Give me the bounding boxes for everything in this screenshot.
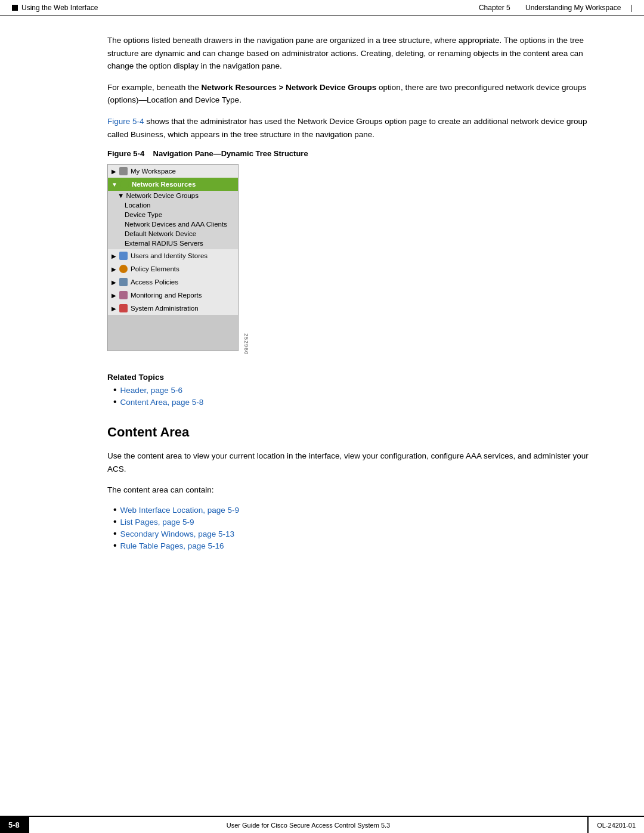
nav-panel: ▶ My Workspace ▼ Network Resources ▼ Net… <box>107 164 239 351</box>
workspace-icon <box>119 166 128 176</box>
related-link-header: Header, page 5-6 <box>113 385 608 395</box>
header-left: Using the Web Interface <box>12 4 98 12</box>
content-link-list-anchor[interactable]: List Pages, page 5-9 <box>120 518 194 527</box>
figure-4-link[interactable]: Figure 5-4 <box>107 117 144 126</box>
nav-label-network: Network Resources <box>132 181 196 188</box>
header-right: Chapter 5 Understanding My Workspace | <box>479 4 632 12</box>
nav-arrow-sysadmin: ▶ <box>112 305 116 312</box>
paragraph-2: For example, beneath the Network Resourc… <box>107 81 608 107</box>
para2-prefix: For example, beneath the <box>107 83 202 92</box>
nav-subitem-location[interactable]: Location <box>108 200 238 210</box>
nav-label-policy: Policy Elements <box>131 265 179 272</box>
nav-arrow-network: ▼ <box>112 181 117 188</box>
content-para-1: Use the content area to view your curren… <box>107 450 608 475</box>
policy-icon <box>119 264 128 274</box>
nav-item-my-workspace[interactable]: ▶ My Workspace <box>108 165 238 178</box>
nav-item-monitoring[interactable]: ▶ Monitoring and Reports <box>108 289 238 302</box>
footer-guide-title: User Guide for Cisco Secure Access Contr… <box>227 822 391 829</box>
nav-label-access: Access Policies <box>131 278 178 286</box>
header-chapter: Chapter 5 <box>479 4 510 12</box>
footer-right-text: OL-24201-01 <box>587 817 644 833</box>
nav-label-monitoring: Monitoring and Reports <box>131 292 202 299</box>
header-square-icon <box>12 5 18 11</box>
nav-item-network-resources[interactable]: ▼ Network Resources <box>108 178 238 191</box>
related-topics-list: Header, page 5-6 Content Area, page 5-8 <box>107 385 608 407</box>
para3-suffix: shows that the administrator has used th… <box>107 117 587 139</box>
content-link-secondary-anchor[interactable]: Secondary Windows, page 5-13 <box>120 529 234 538</box>
content-para-2: The content area can contain: <box>107 484 608 497</box>
header-left-label: Using the Web Interface <box>21 4 98 12</box>
related-link-header-anchor[interactable]: Header, page 5-6 <box>120 386 182 395</box>
footer-page-num-label: 5-8 <box>8 820 20 829</box>
nav-item-policy[interactable]: ▶ Policy Elements <box>108 262 238 275</box>
nav-arrow-ndg: ▼ <box>117 192 126 199</box>
nav-group-ndg: ▼ Network Device Groups <box>108 191 238 200</box>
nav-subitem-network-devices-aaa[interactable]: Network Devices and AAA Clients <box>108 219 238 229</box>
footer-doc-number: OL-24201-01 <box>597 822 636 829</box>
nav-label-device-type: Device Type <box>125 211 162 218</box>
main-content: The options listed beneath drawers in th… <box>0 16 644 571</box>
users-icon <box>119 251 128 261</box>
nav-item-access[interactable]: ▶ Access Policies <box>108 275 238 289</box>
figure-caption-num: Figure 5-4 <box>107 149 144 158</box>
nav-label-sysadmin: System Administration <box>131 305 199 312</box>
content-link-rule-table: Rule Table Pages, page 5-16 <box>113 541 608 550</box>
content-link-web-anchor[interactable]: Web Interface Location, page 5-9 <box>120 506 239 515</box>
footer-center-text: User Guide for Cisco Secure Access Contr… <box>29 817 587 833</box>
content-link-list-pages: List Pages, page 5-9 <box>113 517 608 527</box>
page-footer: 5-8 User Guide for Cisco Secure Access C… <box>0 816 644 833</box>
monitoring-icon <box>119 290 128 300</box>
related-topics-title: Related Topics <box>107 373 608 382</box>
nav-label-users: Users and Identity Stores <box>131 252 208 259</box>
paragraph-1: The options listed beneath drawers in th… <box>107 34 608 73</box>
content-link-rule-anchor[interactable]: Rule Table Pages, page 5-16 <box>120 541 224 550</box>
nav-arrow-access: ▶ <box>112 279 116 286</box>
nav-subitem-default-network[interactable]: Default Network Device <box>108 229 238 239</box>
related-link-content: Content Area, page 5-8 <box>113 397 608 407</box>
nav-arrow-users: ▶ <box>112 253 116 259</box>
nav-arrow-monitoring: ▶ <box>112 292 116 299</box>
footer-page-number: 5-8 <box>0 817 28 833</box>
content-links-list: Web Interface Location, page 5-9 List Pa… <box>107 505 608 550</box>
related-topics: Related Topics Header, page 5-6 Content … <box>107 373 608 407</box>
figure-caption: Figure 5-4 Navigation Pane—Dynamic Tree … <box>107 149 608 158</box>
sysadmin-icon <box>119 304 128 313</box>
nav-subitem-external-radius[interactable]: External RADIUS Servers <box>108 239 238 248</box>
header-title: Understanding My Workspace <box>525 4 621 12</box>
figure-caption-title: Navigation Pane—Dynamic Tree Structure <box>153 149 308 158</box>
figure-badge: 252960 <box>243 333 249 355</box>
access-icon <box>119 277 128 287</box>
content-link-secondary: Secondary Windows, page 5-13 <box>113 529 608 538</box>
nav-label-location: Location <box>125 202 150 209</box>
header-pipe: | <box>630 4 632 12</box>
nav-item-sysadmin[interactable]: ▶ System Administration <box>108 302 238 315</box>
nav-label-ers: External RADIUS Servers <box>125 240 203 247</box>
nav-label-nda: Network Devices and AAA Clients <box>125 221 227 228</box>
nav-label-dnd: Default Network Device <box>125 230 196 237</box>
figure-wrapper: ▶ My Workspace ▼ Network Resources ▼ Net… <box>107 164 239 361</box>
nav-item-users[interactable]: ▶ Users and Identity Stores <box>108 249 238 262</box>
network-icon <box>120 179 129 189</box>
para2-bold: Network Resources > Network Device Group… <box>202 83 377 92</box>
nav-label-workspace: My Workspace <box>131 168 176 175</box>
content-area-heading: Content Area <box>107 419 608 440</box>
nav-subitem-device-type[interactable]: Device Type <box>108 210 238 219</box>
nav-arrow-workspace: ▶ <box>112 168 116 175</box>
nav-panel-bottom <box>108 315 238 351</box>
paragraph-3: Figure 5-4 shows that the administrator … <box>107 115 608 141</box>
nav-label-ndg: Network Device Groups <box>126 192 199 199</box>
page-header: Using the Web Interface Chapter 5 Unders… <box>0 0 644 16</box>
nav-arrow-policy: ▶ <box>112 266 116 272</box>
related-link-content-anchor[interactable]: Content Area, page 5-8 <box>120 398 204 407</box>
content-link-web-interface: Web Interface Location, page 5-9 <box>113 505 608 515</box>
